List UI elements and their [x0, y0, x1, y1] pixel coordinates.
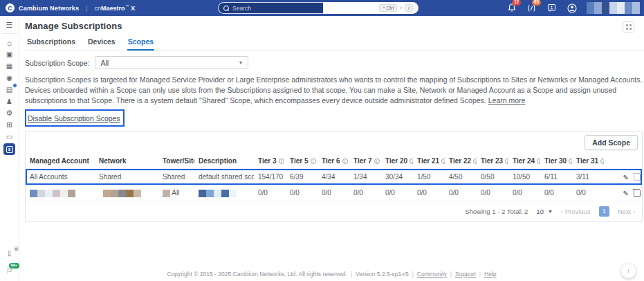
- announcements-badge: 99+: [9, 263, 19, 269]
- search-icon: [223, 6, 229, 11]
- sidebar-item-sync[interactable]: ⇩⚙: [3, 248, 17, 260]
- cell-tier-24: 10/50: [508, 169, 540, 185]
- sidebar-item-subscriptions-active[interactable]: $: [3, 143, 15, 155]
- footer: Copyright © 2015 - 2025 Cambium Networks…: [19, 271, 644, 278]
- search-input[interactable]: [232, 5, 318, 12]
- support-link[interactable]: Support: [455, 271, 476, 278]
- cell-description: [194, 185, 254, 201]
- current-page-button[interactable]: 1: [599, 206, 609, 217]
- col-tier-24: Tier 24i: [508, 154, 540, 170]
- edit-icon[interactable]: ✎: [623, 174, 629, 181]
- sidebar-divider: [2, 33, 17, 34]
- tier-label: Tier 30: [544, 157, 567, 165]
- sidebar-item-reports[interactable]: ▭: [3, 131, 17, 143]
- redacted-managed-account: [30, 190, 75, 197]
- main-content: Manage Subscriptions Subscriptions Devic…: [19, 16, 644, 281]
- tier-label: Tier 3: [258, 157, 277, 165]
- scopes-table: Managed Account Network Tower/Site Descr…: [26, 154, 642, 201]
- info-icon[interactable]: i: [374, 158, 380, 164]
- updates-button[interactable]: 65: [526, 3, 537, 13]
- feedback-button[interactable]: [546, 3, 557, 13]
- sidebar-nav: ☰ ⌂ ▣ ▦ ◉ ▤ ♟ ⚙ ⊞ ▭ $ ⇩⚙ ⚐99+: [0, 16, 19, 281]
- notifications-button[interactable]: 12: [506, 3, 517, 13]
- tab-devices[interactable]: Devices: [87, 35, 116, 51]
- table-row-shared-scope[interactable]: All Accounts Shared Shared default share…: [26, 169, 642, 185]
- redacted-description: [199, 190, 237, 197]
- col-tier-22: Tier 22i: [445, 154, 477, 170]
- sidebar-item-sites[interactable]: ◉: [3, 72, 17, 84]
- copyright-text: Copyright © 2015 - 2025 Cambium Networks…: [167, 271, 347, 278]
- redacted-username: [587, 2, 640, 14]
- tier-label: Tier 24: [513, 157, 535, 165]
- shortcut-plus: +: [399, 5, 403, 11]
- scope-filter-label: Subscription Scope:: [25, 59, 89, 67]
- info-icon[interactable]: i: [569, 158, 572, 164]
- info-icon[interactable]: i: [600, 158, 604, 164]
- chevron-down-icon: ▼: [548, 209, 553, 214]
- tab-scopes[interactable]: Scopes: [127, 35, 154, 51]
- megaphone-icon: ⚐: [6, 267, 12, 275]
- cell-tier-22: 4/50: [445, 169, 477, 185]
- grid-dots-icon: [626, 24, 632, 30]
- col-description: Description: [194, 154, 254, 170]
- gear-mini-icon: ⚙: [14, 246, 19, 251]
- tab-subscriptions[interactable]: Subscriptions: [26, 35, 76, 51]
- info-icon[interactable]: i: [505, 158, 508, 164]
- cambium-logo-icon: C: [6, 3, 15, 12]
- sidebar-item-announcements[interactable]: ⚐99+: [3, 265, 17, 277]
- tier-label: Tier 5: [290, 157, 309, 165]
- table-row-custom-scope[interactable]: All 0/0 0/0 0/0 0/0 0/0: [26, 185, 642, 201]
- info-icon[interactable]: i: [537, 158, 540, 164]
- tier-label: Tier 7: [353, 157, 372, 165]
- delete-icon[interactable]: [634, 189, 639, 196]
- sidebar-item-onboard[interactable]: ▤: [3, 84, 17, 96]
- chat-icon: [547, 3, 556, 12]
- previous-label: Previous: [565, 208, 591, 215]
- search-field[interactable]: [218, 2, 323, 14]
- cell-tier-31: 3/11: [572, 169, 604, 185]
- onboard-icon: ▤: [6, 86, 12, 93]
- info-icon[interactable]: i: [279, 158, 284, 164]
- panel-toolbar: Add Scope: [26, 132, 642, 154]
- info-icon[interactable]: i: [473, 158, 477, 164]
- menu-icon[interactable]: ☰: [3, 19, 17, 31]
- delete-icon[interactable]: [634, 173, 639, 180]
- sidebar-item-network[interactable]: ▦: [3, 60, 17, 72]
- sidebar-item-users[interactable]: ♟: [3, 96, 17, 107]
- community-link[interactable]: Community: [417, 271, 447, 278]
- sidebar-item-settings[interactable]: ⚙: [3, 107, 17, 119]
- app-window: C Cambium Networks | cnMaestro™ X ^ Ctrl…: [0, 0, 644, 281]
- table-header-row: Managed Account Network Tower/Site Descr…: [26, 154, 642, 170]
- info-icon[interactable]: i: [311, 158, 316, 164]
- page-tools-button[interactable]: [623, 21, 634, 33]
- info-icon[interactable]: i: [342, 158, 348, 164]
- sidebar-item-home[interactable]: ⌂: [3, 37, 17, 48]
- scope-select-value: All: [100, 59, 109, 67]
- brand-name: Cambium Networks: [19, 5, 79, 12]
- add-scope-button[interactable]: Add Scope: [585, 135, 638, 150]
- learn-more-link[interactable]: Learn more: [488, 96, 526, 105]
- user-menu-button[interactable]: [567, 3, 577, 13]
- disable-subscription-scopes-link[interactable]: Disable Subscription Scopes: [28, 114, 120, 123]
- next-page-button[interactable]: Next ›: [618, 208, 635, 215]
- scroll-to-top-button[interactable]: ↑: [621, 264, 636, 278]
- info-icon[interactable]: i: [410, 158, 413, 164]
- sidebar-item-services[interactable]: ⊞: [3, 119, 17, 131]
- previous-page-button[interactable]: ‹ Previous: [561, 208, 591, 215]
- info-icon[interactable]: i: [441, 158, 445, 164]
- cell-tier-6: 4/34: [318, 169, 349, 185]
- product-x: X: [131, 5, 135, 12]
- col-managed-account: Managed Account: [26, 154, 95, 170]
- sidebar-item-monitor[interactable]: ▣: [3, 48, 17, 60]
- topbar-actions: 12 65: [506, 0, 640, 16]
- cell-managed-account: [26, 185, 95, 201]
- edit-icon[interactable]: ✎: [623, 190, 629, 197]
- page-size-select[interactable]: 10 ▼: [536, 208, 553, 215]
- brand-divider: |: [86, 5, 87, 12]
- scope-select[interactable]: All ▼: [95, 56, 248, 69]
- description-text: Subscription Scopes is targeted for Mana…: [25, 75, 642, 105]
- col-tier-5: Tier 5i: [286, 154, 318, 170]
- onboard-badge: [12, 83, 17, 88]
- help-link[interactable]: Help: [484, 271, 496, 278]
- col-tier-3: Tier 3i: [254, 154, 286, 170]
